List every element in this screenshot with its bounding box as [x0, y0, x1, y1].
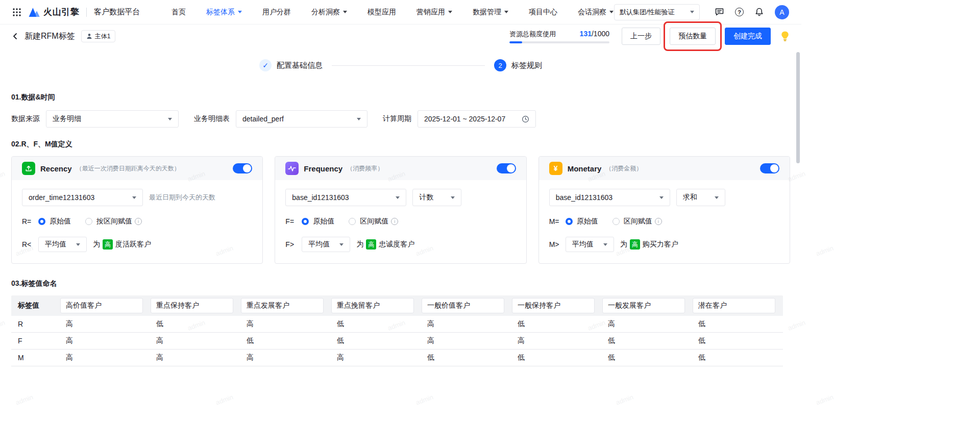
tag-name-input-1[interactable]	[60, 298, 143, 313]
watermark-text: admin	[415, 393, 434, 406]
message-icon[interactable]	[715, 7, 724, 17]
frequency-radio-raw[interactable]: 原始值	[302, 217, 334, 226]
monetary-field-select[interactable]: base_id12131603	[549, 189, 670, 206]
monetary-def-label: M=	[549, 217, 566, 226]
info-icon[interactable]: i	[391, 218, 398, 225]
previous-step-button[interactable]: 上一步	[622, 28, 660, 45]
info-icon[interactable]: i	[655, 218, 662, 225]
tag-name-input-8[interactable]	[693, 298, 775, 313]
data-time-form: 数据来源 业务明细 业务明细表 detailed_perf 计算周期 2025-…	[11, 110, 801, 128]
person-icon	[86, 33, 92, 39]
nav-tag-system[interactable]: 标签体系	[206, 8, 242, 17]
top-navbar: 火山引擎 客户数据平台 首页 标签体系 用户分群 分析洞察 模型应用 营销应用 …	[0, 0, 801, 24]
workspace-select[interactable]: 默认集团/性能验证	[614, 4, 700, 20]
tag-name-input-7[interactable]	[602, 298, 685, 313]
user-avatar[interactable]: A	[775, 5, 789, 19]
monetary-cmp-select[interactable]: 平均值	[566, 237, 614, 252]
frequency-radio-range[interactable]: 区间赋值 i	[349, 217, 398, 226]
monetary-agg-value: 求和	[683, 193, 697, 202]
chevron-down-icon	[238, 11, 242, 13]
tag-name-input-4[interactable]	[331, 298, 414, 313]
cell-f6: 高	[512, 336, 602, 345]
monetary-radio-raw[interactable]: 原始值	[566, 217, 598, 226]
nav-marketing-apps-label: 营销应用	[416, 8, 445, 17]
nav-session-insight-label: 会话洞察	[578, 8, 606, 17]
recency-radio-raw[interactable]: 原始值	[38, 217, 71, 226]
tag-name-input-6[interactable]	[512, 298, 595, 313]
chevron-down-icon	[343, 11, 347, 13]
table-row-m: M 高 高 高 高 低 低 低 低	[11, 350, 783, 366]
cell-r4: 低	[331, 319, 422, 329]
tag-name-input-5[interactable]	[422, 298, 504, 313]
notification-bell-icon[interactable]	[754, 7, 764, 17]
wizard-stepper: ✓ 配置基础信息 2 标签规则	[0, 50, 801, 81]
nav-user-segments[interactable]: 用户分群	[262, 8, 291, 17]
monetary-title: Monetary	[568, 164, 602, 173]
step-tag-rules[interactable]: 2 标签规则	[494, 59, 542, 71]
chevron-down-icon	[168, 118, 172, 120]
radio-selected-icon	[38, 218, 45, 225]
frequency-agg-value: 计数	[419, 193, 433, 202]
cell-r8: 低	[693, 319, 783, 329]
watermark-text: admin	[815, 393, 835, 406]
recency-card-header: Recency （最近一次消费日期距离今天的天数）	[12, 157, 262, 180]
cell-f2: 高	[151, 336, 241, 345]
radio-unselected-icon	[349, 218, 356, 225]
frequency-toggle[interactable]	[497, 163, 516, 173]
frequency-field-select[interactable]: base_id12131603	[285, 189, 406, 206]
nav-tag-system-label: 标签体系	[206, 8, 235, 17]
table-row-f: F 高 高 低 低 高 高 低 低	[11, 333, 783, 350]
scrollbar-thumb[interactable]	[796, 52, 800, 163]
chevron-down-icon	[396, 196, 400, 199]
recency-radio-range[interactable]: 按区间赋值 i	[85, 217, 142, 226]
frequency-desc: （消费频率）	[347, 164, 383, 173]
create-complete-button[interactable]: 创建完成	[725, 28, 771, 45]
cell-r1: 高	[60, 319, 151, 329]
nav-project-center[interactable]: 项目中心	[529, 8, 557, 17]
tag-name-input-3[interactable]	[241, 298, 324, 313]
brand-divider	[86, 8, 87, 17]
nav-session-insight[interactable]: 会话洞察	[578, 8, 614, 17]
cell-m5: 低	[422, 353, 512, 362]
nav-analysis-insight[interactable]: 分析洞察	[311, 8, 347, 17]
high-badge: 高	[103, 239, 113, 250]
detail-table-select[interactable]: detailed_perf	[236, 110, 368, 128]
high-badge: 高	[366, 239, 376, 250]
recency-field-select[interactable]: order_time12131603	[22, 189, 143, 206]
nav-model-apps[interactable]: 模型应用	[368, 8, 396, 17]
recency-def-label: R=	[22, 217, 38, 226]
monetary-toggle[interactable]	[760, 163, 779, 173]
volcengine-logo[interactable]: 火山引擎	[29, 6, 79, 18]
recency-helper-text: 最近日期到今天的天数	[149, 193, 215, 202]
recency-cmp-select[interactable]: 平均值	[38, 237, 87, 252]
estimate-count-button[interactable]: 预估数量	[670, 28, 716, 45]
step-basic-info-label: 配置基础信息	[277, 61, 323, 70]
frequency-agg-select[interactable]: 计数	[412, 189, 461, 206]
data-source-select[interactable]: 业务明细	[46, 110, 179, 128]
brand-area: 火山引擎 客户数据平台	[12, 6, 140, 18]
cell-f1: 高	[60, 336, 151, 345]
tag-name-input-2[interactable]	[151, 298, 233, 313]
nav-data-management[interactable]: 数据管理	[473, 8, 508, 17]
nav-marketing-apps[interactable]: 营销应用	[416, 8, 452, 17]
back-button[interactable]	[11, 32, 19, 40]
subject-badge[interactable]: 主体1	[81, 30, 116, 42]
frequency-cmp-value: 平均值	[308, 240, 330, 249]
frequency-card: Frequency （消费频率） base_id12131603 计数 F=	[275, 156, 526, 264]
nav-home[interactable]: 首页	[172, 8, 186, 17]
detail-table-label: 业务明细表	[194, 114, 230, 123]
calc-period-label: 计算周期	[383, 114, 411, 123]
watermark-text: admin	[215, 393, 234, 406]
monetary-radio-range[interactable]: 区间赋值 i	[612, 217, 662, 226]
tag-naming-table: 标签值 R 高 低 高 低 高 低 高 低 F 高 高 低 低 高	[11, 295, 783, 366]
recency-toggle[interactable]	[233, 163, 252, 173]
lightbulb-icon[interactable]	[780, 31, 790, 42]
apps-grid-icon[interactable]	[12, 8, 21, 17]
step-basic-info[interactable]: ✓ 配置基础信息	[259, 59, 323, 71]
calc-period-datepicker[interactable]: 2025-12-01 ~ 2025-12-07	[418, 110, 536, 128]
help-icon[interactable]: ?	[735, 8, 744, 16]
monetary-agg-select[interactable]: 求和	[676, 189, 725, 206]
frequency-cmp-select[interactable]: 平均值	[302, 237, 350, 252]
info-icon[interactable]: i	[135, 218, 142, 225]
cell-f8: 低	[693, 336, 783, 345]
